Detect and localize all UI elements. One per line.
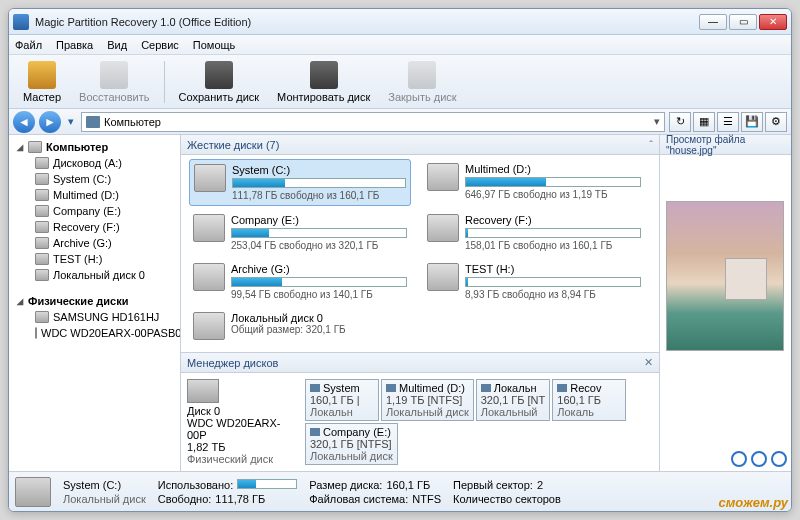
preview-pane: Просмотр файла "house.jpg" <box>659 135 791 471</box>
wizard-button[interactable]: Мастер <box>15 59 69 105</box>
toolbar-separator <box>164 61 165 103</box>
computer-icon <box>28 141 42 153</box>
drive-item[interactable]: Recovery (F:)158,01 ГБ свободно из 160,1… <box>423 210 645 255</box>
rotate-left-icon[interactable] <box>731 451 747 467</box>
menu-view[interactable]: Вид <box>107 39 127 51</box>
address-dropdown-icon[interactable]: ▾ <box>654 115 660 128</box>
drive-item[interactable]: Company (E:)253,04 ГБ свободно из 320,1 … <box>189 210 411 255</box>
drive-icon <box>427 263 459 291</box>
tree-physical-item[interactable]: SAMSUNG HD161HJ <box>11 309 178 325</box>
tree-drive-item[interactable]: TEST (H:) <box>11 251 178 267</box>
main-pane: Жесткие диски (7) ˆ System (C:)111,78 ГБ… <box>181 135 659 471</box>
mount-disk-icon <box>310 61 338 89</box>
drive-icon <box>427 163 459 191</box>
drive-icon <box>35 173 49 185</box>
drive-item[interactable]: Локальный диск 0Общий размер: 320,1 ГБ <box>189 308 411 344</box>
sidebar: ◢ Компьютер Дисковод (A:)System (C:)Mult… <box>9 135 181 471</box>
tree-computer[interactable]: ◢ Компьютер <box>11 139 178 155</box>
drive-icon <box>35 189 49 201</box>
drive-item[interactable]: TEST (H:)8,93 ГБ свободно из 8,94 ГБ <box>423 259 645 304</box>
options-button[interactable]: ⚙ <box>765 112 787 132</box>
tree-drive-item[interactable]: Company (E:) <box>11 203 178 219</box>
collapse-icon[interactable]: ˆ <box>649 139 653 151</box>
close-button[interactable]: ✕ <box>759 14 787 30</box>
save-disk-icon <box>205 61 233 89</box>
usage-bar <box>231 277 407 287</box>
wizard-icon <box>28 61 56 89</box>
drive-icon <box>193 312 225 340</box>
tree-drive-item[interactable]: Archive (G:) <box>11 235 178 251</box>
status-drive-name: System (C:) <box>63 479 146 491</box>
view-list-button[interactable]: ☰ <box>717 112 739 132</box>
collapse-icon[interactable]: ◢ <box>15 297 24 306</box>
close-panel-icon[interactable]: ✕ <box>644 356 653 369</box>
menu-edit[interactable]: Правка <box>56 39 93 51</box>
restore-icon <box>100 61 128 89</box>
drives-pane: System (C:)111,78 ГБ свободно из 160,1 Г… <box>181 155 659 352</box>
tree-drive-item[interactable]: Дисковод (A:) <box>11 155 178 171</box>
partition-block[interactable]: System160,1 ГБ |Локальн <box>305 379 379 421</box>
tree-drive-item[interactable]: Локальный диск 0 <box>11 267 178 283</box>
mount-disk-button[interactable]: Монтировать диск <box>269 59 378 105</box>
disk-manager: Менеджер дисков ✕ Диск 0 WDC WD20EARX-00… <box>181 352 659 471</box>
drive-icon <box>35 221 49 233</box>
window-title: Magic Partition Recovery 1.0 (Office Edi… <box>35 16 699 28</box>
drive-icon <box>193 263 225 291</box>
view-tiles-button[interactable]: ▦ <box>693 112 715 132</box>
minimize-button[interactable]: — <box>699 14 727 30</box>
preview-header: Просмотр файла "house.jpg" <box>660 135 791 155</box>
computer-icon <box>86 116 100 128</box>
usage-bar <box>465 277 641 287</box>
drive-icon <box>35 253 49 265</box>
drive-icon <box>35 205 49 217</box>
drive-icon <box>194 164 226 192</box>
save-disk-button[interactable]: Сохранить диск <box>171 59 268 105</box>
rotate-right-icon[interactable] <box>751 451 767 467</box>
disk-manager-header: Менеджер дисков ✕ <box>181 353 659 373</box>
maximize-button[interactable]: ▭ <box>729 14 757 30</box>
drive-item[interactable]: System (C:)111,78 ГБ свободно из 160,1 Г… <box>189 159 411 206</box>
drive-icon <box>35 237 49 249</box>
forward-button[interactable]: ► <box>39 111 61 133</box>
main-body: ◢ Компьютер Дисковод (A:)System (C:)Mult… <box>9 135 791 471</box>
partition-icon <box>310 384 320 392</box>
address-bar[interactable]: Компьютер ▾ <box>81 112 665 132</box>
usage-bar <box>465 228 641 238</box>
partition-block[interactable]: Локальн320,1 ГБ [NTЛокальный <box>476 379 551 421</box>
tree-drive-item[interactable]: Multimed (D:) <box>11 187 178 203</box>
partition-block[interactable]: Company (E:)320,1 ГБ [NTFS]Локальный дис… <box>305 423 398 465</box>
tree-drive-item[interactable]: System (C:) <box>11 171 178 187</box>
menu-help[interactable]: Помощь <box>193 39 236 51</box>
drive-icon <box>427 214 459 242</box>
refresh-button[interactable]: ↻ <box>669 112 691 132</box>
disk-icon <box>35 311 49 323</box>
menu-service[interactable]: Сервис <box>141 39 179 51</box>
tree-physical-item[interactable]: WDC WD20EARX-00PASB0 <box>11 325 178 341</box>
drive-item[interactable]: Archive (G:)99,54 ГБ свободно из 140,1 Г… <box>189 259 411 304</box>
titlebar[interactable]: Magic Partition Recovery 1.0 (Office Edi… <box>9 9 791 35</box>
partition-block[interactable]: Recov160,1 ГБЛокаль <box>552 379 626 421</box>
history-dropdown[interactable]: ▾ <box>65 111 77 133</box>
partition-block[interactable]: Multimed (D:)1,19 ТБ [NTFS]Локальный дис… <box>381 379 474 421</box>
status-drive-type: Локальный диск <box>63 493 146 505</box>
disk-icon <box>35 327 37 339</box>
used-bar <box>237 479 297 489</box>
refresh-icon[interactable] <box>771 451 787 467</box>
partition-icon <box>557 384 567 392</box>
partition-icon <box>481 384 491 392</box>
drive-icon <box>193 214 225 242</box>
preview-image <box>666 201 784 351</box>
tree-physical[interactable]: ◢ Физические диски <box>11 293 178 309</box>
hard-drives-header: Жесткие диски (7) ˆ <box>181 135 659 155</box>
disk-info[interactable]: Диск 0 WDC WD20EARX-00P 1,82 ТБ Физическ… <box>187 379 297 465</box>
usage-bar <box>232 178 406 188</box>
drive-icon <box>35 157 49 169</box>
drive-item[interactable]: Multimed (D:)646,97 ГБ свободно из 1,19 … <box>423 159 645 206</box>
back-button[interactable]: ◄ <box>13 111 35 133</box>
collapse-icon[interactable]: ◢ <box>15 143 24 152</box>
status-drive-icon <box>15 477 51 507</box>
menu-file[interactable]: Файл <box>15 39 42 51</box>
partition-icon <box>386 384 396 392</box>
save-view-button[interactable]: 💾 <box>741 112 763 132</box>
tree-drive-item[interactable]: Recovery (F:) <box>11 219 178 235</box>
